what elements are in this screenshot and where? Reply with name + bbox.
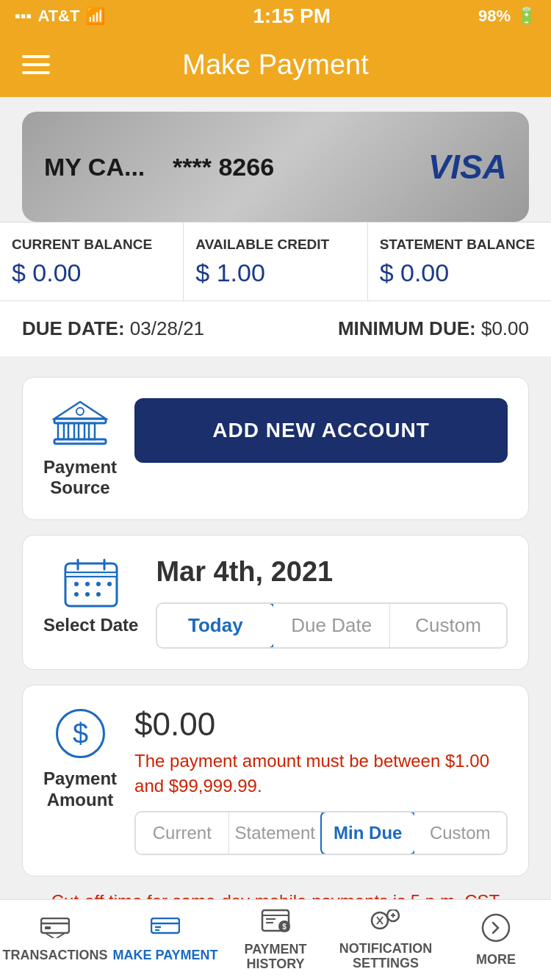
hamburger-line-3 [22, 71, 50, 74]
current-balance-value: $ 0.00 [12, 259, 171, 287]
transactions-icon [40, 917, 70, 944]
card-number: **** 8266 [173, 153, 274, 181]
svg-point-13 [85, 582, 90, 586]
select-date-card: Select Date Mar 4th, 2021 Today Due Date… [22, 535, 529, 670]
svg-rect-26 [45, 926, 51, 929]
due-date-bar: DUE DATE: 03/28/21 MINIMUM DUE: $0.00 [0, 300, 551, 362]
svg-point-43 [483, 915, 509, 941]
more-label: MORE [476, 953, 516, 968]
svg-rect-1 [58, 423, 64, 439]
app-header: Make Payment [0, 32, 551, 97]
svg-point-16 [74, 592, 79, 597]
due-date-value: 03/28/21 [130, 317, 204, 339]
page-title: Make Payment [50, 49, 501, 81]
available-credit-label: AVAILABLE CREDIT [195, 236, 355, 254]
svg-rect-3 [79, 423, 84, 439]
add-new-account-button[interactable]: ADD NEW ACCOUNT [134, 398, 508, 463]
svg-rect-2 [68, 423, 74, 439]
nav-make-payment[interactable]: MAKE PAYMENT [110, 900, 220, 980]
svg-rect-9 [65, 572, 117, 577]
battery-info: 98% 🔋 [478, 7, 536, 26]
payment-source-card: PaymentSource ADD NEW ACCOUNT [22, 377, 529, 521]
payment-source-label: PaymentSource [43, 457, 117, 500]
payment-source-icon-section: PaymentSource [43, 398, 117, 500]
hamburger-line-2 [22, 63, 50, 66]
statement-balance-item: STATEMENT BALANCE $ 0.00 [368, 223, 551, 300]
hamburger-menu[interactable] [22, 55, 50, 74]
more-icon [481, 913, 511, 948]
minimum-due-label: MINIMUM DUE: [338, 317, 476, 339]
payment-history-icon: $ [261, 909, 290, 938]
svg-line-25 [57, 934, 64, 938]
svg-point-14 [96, 582, 101, 586]
hamburger-line-1 [22, 55, 50, 58]
minimum-due-section: MINIMUM DUE: $0.00 [338, 317, 529, 340]
calendar-icon [62, 556, 120, 608]
payment-warning-text: The payment amount must be between $1.00… [134, 749, 508, 798]
wifi-icon: 📶 [85, 7, 105, 26]
make-payment-icon [151, 917, 180, 944]
amount-option-custom[interactable]: Custom [414, 813, 506, 854]
dollar-icon-section: $ PaymentAmount [43, 706, 117, 811]
select-date-label: Select Date [43, 615, 138, 636]
transactions-label: TRANSACTIONS [3, 948, 108, 963]
current-balance-item: CURRENT BALANCE $ 0.00 [0, 223, 184, 300]
payment-amount-value[interactable]: $0.00 [134, 706, 508, 743]
nav-notification-settings[interactable]: NOTIFICATIONSETTINGS [331, 900, 441, 980]
payment-amount-label: PaymentAmount [43, 768, 117, 811]
main-content: PaymentSource ADD NEW ACCOUNT [0, 362, 551, 980]
current-balance-label: CURRENT BALANCE [12, 236, 171, 254]
amount-options-group: Current Statement Min Due Custom [134, 811, 508, 855]
notification-settings-icon [370, 909, 402, 937]
amount-option-min-due[interactable]: Min Due [320, 811, 415, 855]
bottom-navigation: TRANSACTIONS MAKE PAYMENT $ PAYMENTHISTO… [0, 899, 551, 980]
credit-card[interactable]: MY CA... **** 8266 VISA [22, 112, 529, 222]
battery-label: 98% [478, 7, 511, 26]
svg-text:$: $ [72, 718, 87, 749]
svg-marker-6 [54, 402, 106, 419]
select-date-content: Mar 4th, 2021 Today Due Date Custom [156, 556, 508, 649]
amount-option-current[interactable]: Current [136, 813, 228, 854]
amount-option-statement[interactable]: Statement [229, 813, 322, 854]
carrier-info: ▪▪▪ AT&T 📶 [15, 7, 105, 26]
card-name: MY CA... [44, 153, 145, 181]
make-payment-nav-label: MAKE PAYMENT [112, 948, 217, 963]
svg-point-12 [74, 582, 79, 586]
bank-icon [51, 398, 109, 450]
date-option-today[interactable]: Today [156, 602, 275, 649]
card-brand: VISA [428, 147, 507, 187]
available-credit-value: $ 1.00 [195, 259, 355, 287]
card-section: MY CA... **** 8266 VISA CURRENT BALANCE … [0, 97, 551, 362]
payment-history-label: PAYMENTHISTORY [244, 943, 306, 972]
payment-source-content: ADD NEW ACCOUNT [134, 398, 508, 463]
svg-rect-19 [69, 578, 78, 581]
dollar-circle-icon: $ [53, 706, 108, 761]
date-options-group: Today Due Date Custom [156, 602, 508, 649]
balance-row: CURRENT BALANCE $ 0.00 AVAILABLE CREDIT … [0, 222, 551, 300]
svg-point-17 [85, 592, 90, 597]
calendar-icon-section: Select Date [43, 556, 138, 636]
statement-balance-value: $ 0.00 [380, 259, 539, 287]
battery-icon: 🔋 [516, 7, 536, 26]
notification-settings-label: NOTIFICATIONSETTINGS [339, 942, 433, 971]
svg-text:$: $ [282, 923, 287, 931]
svg-point-7 [76, 408, 84, 415]
nav-payment-history[interactable]: $ PAYMENTHISTORY [220, 900, 331, 980]
svg-point-18 [96, 592, 101, 597]
svg-rect-4 [89, 423, 95, 439]
payment-amount-content: $0.00 The payment amount must be between… [134, 706, 508, 855]
time-display: 1:15 PM [253, 4, 331, 28]
payment-amount-card: $ PaymentAmount $0.00 The payment amount… [22, 685, 529, 876]
minimum-due-value: $0.00 [481, 317, 529, 339]
due-date-section: DUE DATE: 03/28/21 [22, 317, 204, 340]
nav-transactions[interactable]: TRANSACTIONS [0, 900, 110, 980]
due-date-label: DUE DATE: [22, 317, 125, 339]
nav-more[interactable]: MORE [441, 900, 551, 980]
status-bar: ▪▪▪ AT&T 📶 1:15 PM 98% 🔋 [0, 0, 551, 32]
statement-balance-label: STATEMENT BALANCE [380, 236, 539, 254]
carrier-label: AT&T [37, 7, 79, 26]
svg-point-15 [107, 582, 112, 586]
date-option-custom[interactable]: Custom [390, 604, 506, 647]
date-option-due-date[interactable]: Due Date [273, 604, 390, 647]
signal-icon: ▪▪▪ [15, 7, 32, 26]
